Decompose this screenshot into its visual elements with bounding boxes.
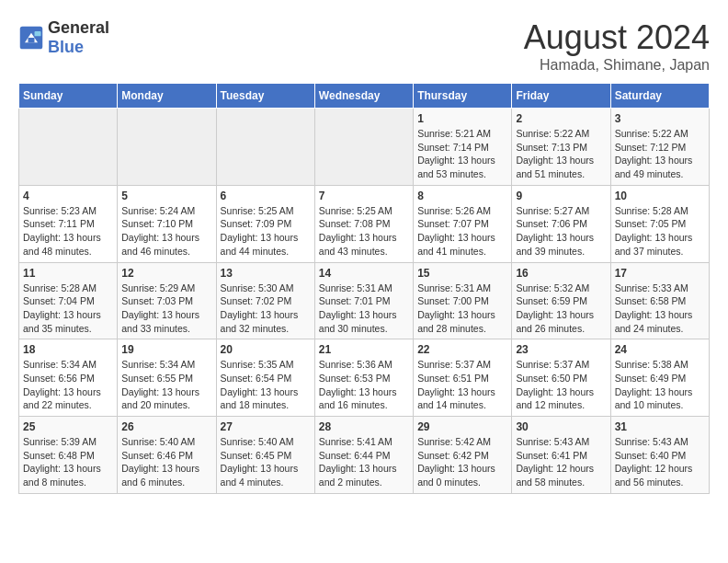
day-number: 10 — [615, 190, 705, 202]
calendar-cell: 8Sunrise: 5:26 AM Sunset: 7:07 PM Daylig… — [414, 185, 512, 262]
day-detail: Sunrise: 5:33 AM Sunset: 6:58 PM Dayligh… — [615, 282, 705, 336]
calendar-cell: 18Sunrise: 5:34 AM Sunset: 6:56 PM Dayli… — [19, 339, 118, 417]
calendar-cell: 1Sunrise: 5:21 AM Sunset: 7:14 PM Daylig… — [414, 109, 512, 186]
calendar-cell: 24Sunrise: 5:38 AM Sunset: 6:49 PM Dayli… — [610, 339, 709, 417]
day-detail: Sunrise: 5:40 AM Sunset: 6:46 PM Dayligh… — [121, 435, 211, 489]
day-detail: Sunrise: 5:31 AM Sunset: 7:00 PM Dayligh… — [417, 282, 507, 336]
day-detail: Sunrise: 5:24 AM Sunset: 7:10 PM Dayligh… — [121, 204, 211, 259]
day-detail: Sunrise: 5:23 AM Sunset: 7:11 PM Dayligh… — [23, 204, 113, 259]
day-detail: Sunrise: 5:43 AM Sunset: 6:40 PM Dayligh… — [615, 435, 705, 489]
day-detail: Sunrise: 5:28 AM Sunset: 7:05 PM Dayligh… — [615, 204, 705, 259]
day-number: 3 — [615, 112, 705, 125]
day-detail: Sunrise: 5:31 AM Sunset: 7:01 PM Dayligh… — [319, 282, 409, 336]
day-detail: Sunrise: 5:38 AM Sunset: 6:49 PM Dayligh… — [615, 358, 705, 412]
day-number: 5 — [121, 190, 211, 202]
calendar-cell: 31Sunrise: 5:43 AM Sunset: 6:40 PM Dayli… — [610, 417, 709, 494]
page-header: General Blue August 2024 Hamada, Shimane… — [18, 18, 710, 74]
day-detail: Sunrise: 5:34 AM Sunset: 6:56 PM Dayligh… — [23, 358, 113, 412]
calendar-cell: 5Sunrise: 5:24 AM Sunset: 7:10 PM Daylig… — [118, 185, 216, 262]
day-number: 29 — [417, 420, 507, 433]
day-number: 7 — [319, 190, 409, 202]
logo: General Blue — [18, 18, 109, 57]
day-detail: Sunrise: 5:25 AM Sunset: 7:09 PM Dayligh… — [221, 204, 311, 259]
day-number: 4 — [23, 190, 113, 202]
calendar-cell: 7Sunrise: 5:25 AM Sunset: 7:08 PM Daylig… — [314, 185, 413, 262]
calendar-cell: 9Sunrise: 5:27 AM Sunset: 7:06 PM Daylig… — [512, 185, 610, 262]
day-number: 12 — [121, 267, 211, 280]
day-detail: Sunrise: 5:36 AM Sunset: 6:53 PM Dayligh… — [319, 358, 409, 412]
calendar-cell — [19, 109, 118, 186]
day-number: 6 — [221, 190, 311, 202]
calendar-cell: 28Sunrise: 5:41 AM Sunset: 6:44 PM Dayli… — [314, 417, 413, 494]
day-number: 18 — [23, 343, 113, 356]
weekday-header: Monday — [118, 84, 216, 109]
day-detail: Sunrise: 5:39 AM Sunset: 6:48 PM Dayligh… — [23, 435, 113, 489]
calendar-cell: 6Sunrise: 5:25 AM Sunset: 7:09 PM Daylig… — [216, 185, 314, 262]
weekday-header: Sunday — [19, 84, 118, 109]
day-detail: Sunrise: 5:41 AM Sunset: 6:44 PM Dayligh… — [319, 435, 409, 489]
day-detail: Sunrise: 5:26 AM Sunset: 7:07 PM Dayligh… — [417, 204, 507, 259]
calendar-cell: 22Sunrise: 5:37 AM Sunset: 6:51 PM Dayli… — [414, 339, 512, 417]
day-number: 11 — [23, 267, 113, 280]
calendar-cell: 16Sunrise: 5:32 AM Sunset: 6:59 PM Dayli… — [512, 262, 610, 339]
calendar-cell: 25Sunrise: 5:39 AM Sunset: 6:48 PM Dayli… — [19, 417, 118, 494]
logo-text: General Blue — [48, 18, 109, 57]
calendar-cell: 13Sunrise: 5:30 AM Sunset: 7:02 PM Dayli… — [216, 262, 314, 339]
calendar-cell: 12Sunrise: 5:29 AM Sunset: 7:03 PM Dayli… — [118, 262, 216, 339]
day-detail: Sunrise: 5:42 AM Sunset: 6:42 PM Dayligh… — [417, 435, 507, 489]
logo-general: General — [48, 18, 109, 37]
day-number: 1 — [417, 112, 507, 125]
day-detail: Sunrise: 5:30 AM Sunset: 7:02 PM Dayligh… — [221, 282, 311, 336]
day-number: 21 — [319, 343, 409, 356]
calendar-cell: 14Sunrise: 5:31 AM Sunset: 7:01 PM Dayli… — [314, 262, 413, 339]
calendar-cell: 4Sunrise: 5:23 AM Sunset: 7:11 PM Daylig… — [19, 185, 118, 262]
day-detail: Sunrise: 5:43 AM Sunset: 6:41 PM Dayligh… — [516, 435, 606, 489]
calendar-cell: 21Sunrise: 5:36 AM Sunset: 6:53 PM Dayli… — [314, 339, 413, 417]
day-detail: Sunrise: 5:35 AM Sunset: 6:54 PM Dayligh… — [221, 358, 311, 412]
day-number: 13 — [221, 267, 311, 280]
calendar-week-row: 4Sunrise: 5:23 AM Sunset: 7:11 PM Daylig… — [19, 185, 710, 262]
day-detail: Sunrise: 5:29 AM Sunset: 7:03 PM Dayligh… — [121, 282, 211, 336]
calendar-table: SundayMondayTuesdayWednesdayThursdayFrid… — [18, 83, 710, 494]
day-number: 19 — [121, 343, 211, 356]
weekday-header: Wednesday — [314, 84, 413, 109]
calendar-header: SundayMondayTuesdayWednesdayThursdayFrid… — [19, 84, 710, 109]
calendar-cell: 15Sunrise: 5:31 AM Sunset: 7:00 PM Dayli… — [414, 262, 512, 339]
day-detail: Sunrise: 5:34 AM Sunset: 6:55 PM Dayligh… — [121, 358, 211, 412]
day-number: 22 — [417, 343, 507, 356]
calendar-week-row: 18Sunrise: 5:34 AM Sunset: 6:56 PM Dayli… — [19, 339, 710, 417]
day-detail: Sunrise: 5:28 AM Sunset: 7:04 PM Dayligh… — [23, 282, 113, 336]
day-number: 25 — [23, 420, 113, 433]
day-detail: Sunrise: 5:37 AM Sunset: 6:50 PM Dayligh… — [516, 358, 606, 412]
day-number: 27 — [221, 420, 311, 433]
calendar-body: 1Sunrise: 5:21 AM Sunset: 7:14 PM Daylig… — [19, 109, 710, 494]
day-detail: Sunrise: 5:25 AM Sunset: 7:08 PM Dayligh… — [319, 204, 409, 259]
day-number: 2 — [516, 112, 606, 125]
day-number: 28 — [319, 420, 409, 433]
day-detail: Sunrise: 5:27 AM Sunset: 7:06 PM Dayligh… — [516, 204, 606, 259]
day-detail: Sunrise: 5:40 AM Sunset: 6:45 PM Dayligh… — [221, 435, 311, 489]
page-title: August 2024 — [524, 18, 710, 57]
day-number: 20 — [221, 343, 311, 356]
calendar-cell: 30Sunrise: 5:43 AM Sunset: 6:41 PM Dayli… — [512, 417, 610, 494]
day-detail: Sunrise: 5:37 AM Sunset: 6:51 PM Dayligh… — [417, 358, 507, 412]
calendar-cell: 10Sunrise: 5:28 AM Sunset: 7:05 PM Dayli… — [610, 185, 709, 262]
day-number: 23 — [516, 343, 606, 356]
weekday-header: Thursday — [414, 84, 512, 109]
day-detail: Sunrise: 5:22 AM Sunset: 7:13 PM Dayligh… — [516, 127, 606, 181]
day-number: 30 — [516, 420, 606, 433]
calendar-cell: 17Sunrise: 5:33 AM Sunset: 6:58 PM Dayli… — [610, 262, 709, 339]
day-detail: Sunrise: 5:32 AM Sunset: 6:59 PM Dayligh… — [516, 282, 606, 336]
logo-icon — [18, 25, 44, 51]
day-number: 9 — [516, 190, 606, 202]
logo-blue: Blue — [48, 38, 84, 56]
calendar-week-row: 25Sunrise: 5:39 AM Sunset: 6:48 PM Dayli… — [19, 417, 710, 494]
svg-rect-3 — [35, 31, 41, 36]
weekday-header: Friday — [512, 84, 610, 109]
calendar-cell: 19Sunrise: 5:34 AM Sunset: 6:55 PM Dayli… — [118, 339, 216, 417]
calendar-cell: 3Sunrise: 5:22 AM Sunset: 7:12 PM Daylig… — [610, 109, 709, 186]
day-number: 14 — [319, 267, 409, 280]
day-detail: Sunrise: 5:22 AM Sunset: 7:12 PM Dayligh… — [615, 127, 705, 181]
day-number: 8 — [417, 190, 507, 202]
day-number: 16 — [516, 267, 606, 280]
